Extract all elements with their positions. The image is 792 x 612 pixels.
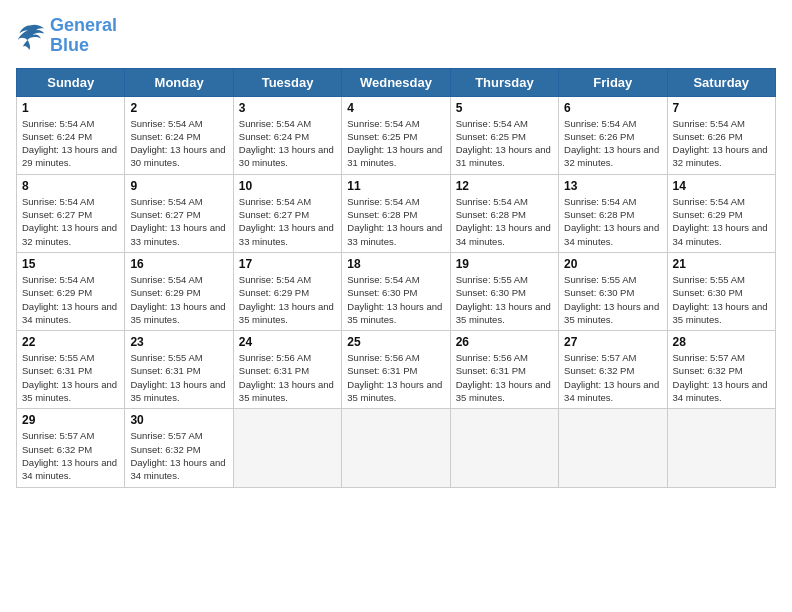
calendar-week-row: 8Sunrise: 5:54 AMSunset: 6:27 PMDaylight… (17, 174, 776, 252)
calendar-cell: 29Sunrise: 5:57 AMSunset: 6:32 PMDayligh… (17, 409, 125, 487)
calendar-cell: 30Sunrise: 5:57 AMSunset: 6:32 PMDayligh… (125, 409, 233, 487)
day-info: Sunrise: 5:54 AMSunset: 6:28 PMDaylight:… (564, 195, 661, 248)
logo-text: General Blue (50, 16, 117, 56)
calendar-cell: 13Sunrise: 5:54 AMSunset: 6:28 PMDayligh… (559, 174, 667, 252)
logo: General Blue (16, 16, 117, 56)
day-info: Sunrise: 5:54 AMSunset: 6:28 PMDaylight:… (347, 195, 444, 248)
calendar-cell (450, 409, 558, 487)
day-info: Sunrise: 5:56 AMSunset: 6:31 PMDaylight:… (347, 351, 444, 404)
day-info: Sunrise: 5:54 AMSunset: 6:24 PMDaylight:… (239, 117, 336, 170)
day-number: 26 (456, 335, 553, 349)
day-number: 30 (130, 413, 227, 427)
day-number: 3 (239, 101, 336, 115)
day-info: Sunrise: 5:54 AMSunset: 6:29 PMDaylight:… (239, 273, 336, 326)
day-number: 25 (347, 335, 444, 349)
calendar-cell: 7Sunrise: 5:54 AMSunset: 6:26 PMDaylight… (667, 96, 775, 174)
calendar-table: SundayMondayTuesdayWednesdayThursdayFrid… (16, 68, 776, 488)
calendar-cell: 22Sunrise: 5:55 AMSunset: 6:31 PMDayligh… (17, 331, 125, 409)
calendar-cell: 2Sunrise: 5:54 AMSunset: 6:24 PMDaylight… (125, 96, 233, 174)
day-number: 2 (130, 101, 227, 115)
day-info: Sunrise: 5:57 AMSunset: 6:32 PMDaylight:… (22, 429, 119, 482)
calendar-cell: 17Sunrise: 5:54 AMSunset: 6:29 PMDayligh… (233, 252, 341, 330)
calendar-cell: 11Sunrise: 5:54 AMSunset: 6:28 PMDayligh… (342, 174, 450, 252)
day-number: 1 (22, 101, 119, 115)
day-number: 23 (130, 335, 227, 349)
day-info: Sunrise: 5:55 AMSunset: 6:30 PMDaylight:… (564, 273, 661, 326)
day-info: Sunrise: 5:54 AMSunset: 6:30 PMDaylight:… (347, 273, 444, 326)
weekday-header: Thursday (450, 68, 558, 96)
calendar-cell: 27Sunrise: 5:57 AMSunset: 6:32 PMDayligh… (559, 331, 667, 409)
day-info: Sunrise: 5:54 AMSunset: 6:29 PMDaylight:… (130, 273, 227, 326)
day-info: Sunrise: 5:54 AMSunset: 6:25 PMDaylight:… (347, 117, 444, 170)
calendar-cell: 8Sunrise: 5:54 AMSunset: 6:27 PMDaylight… (17, 174, 125, 252)
day-info: Sunrise: 5:56 AMSunset: 6:31 PMDaylight:… (456, 351, 553, 404)
calendar-cell (667, 409, 775, 487)
day-number: 27 (564, 335, 661, 349)
day-info: Sunrise: 5:56 AMSunset: 6:31 PMDaylight:… (239, 351, 336, 404)
calendar-cell (559, 409, 667, 487)
weekday-header: Wednesday (342, 68, 450, 96)
day-info: Sunrise: 5:54 AMSunset: 6:25 PMDaylight:… (456, 117, 553, 170)
calendar-cell: 3Sunrise: 5:54 AMSunset: 6:24 PMDaylight… (233, 96, 341, 174)
day-info: Sunrise: 5:54 AMSunset: 6:29 PMDaylight:… (22, 273, 119, 326)
day-number: 21 (673, 257, 770, 271)
day-number: 11 (347, 179, 444, 193)
day-number: 19 (456, 257, 553, 271)
calendar-cell: 26Sunrise: 5:56 AMSunset: 6:31 PMDayligh… (450, 331, 558, 409)
day-info: Sunrise: 5:57 AMSunset: 6:32 PMDaylight:… (564, 351, 661, 404)
calendar-cell: 5Sunrise: 5:54 AMSunset: 6:25 PMDaylight… (450, 96, 558, 174)
day-number: 12 (456, 179, 553, 193)
day-info: Sunrise: 5:55 AMSunset: 6:31 PMDaylight:… (130, 351, 227, 404)
day-number: 4 (347, 101, 444, 115)
day-info: Sunrise: 5:55 AMSunset: 6:30 PMDaylight:… (456, 273, 553, 326)
calendar-week-row: 29Sunrise: 5:57 AMSunset: 6:32 PMDayligh… (17, 409, 776, 487)
calendar-cell: 1Sunrise: 5:54 AMSunset: 6:24 PMDaylight… (17, 96, 125, 174)
day-info: Sunrise: 5:54 AMSunset: 6:24 PMDaylight:… (22, 117, 119, 170)
calendar-cell: 28Sunrise: 5:57 AMSunset: 6:32 PMDayligh… (667, 331, 775, 409)
calendar-cell: 15Sunrise: 5:54 AMSunset: 6:29 PMDayligh… (17, 252, 125, 330)
day-info: Sunrise: 5:54 AMSunset: 6:29 PMDaylight:… (673, 195, 770, 248)
calendar-cell: 12Sunrise: 5:54 AMSunset: 6:28 PMDayligh… (450, 174, 558, 252)
calendar-cell: 10Sunrise: 5:54 AMSunset: 6:27 PMDayligh… (233, 174, 341, 252)
weekday-header: Saturday (667, 68, 775, 96)
day-number: 7 (673, 101, 770, 115)
calendar-cell (342, 409, 450, 487)
calendar-cell: 20Sunrise: 5:55 AMSunset: 6:30 PMDayligh… (559, 252, 667, 330)
day-number: 10 (239, 179, 336, 193)
calendar-cell: 21Sunrise: 5:55 AMSunset: 6:30 PMDayligh… (667, 252, 775, 330)
day-info: Sunrise: 5:55 AMSunset: 6:30 PMDaylight:… (673, 273, 770, 326)
calendar-cell: 24Sunrise: 5:56 AMSunset: 6:31 PMDayligh… (233, 331, 341, 409)
day-info: Sunrise: 5:54 AMSunset: 6:27 PMDaylight:… (130, 195, 227, 248)
day-number: 28 (673, 335, 770, 349)
day-number: 18 (347, 257, 444, 271)
day-number: 29 (22, 413, 119, 427)
weekday-header-row: SundayMondayTuesdayWednesdayThursdayFrid… (17, 68, 776, 96)
day-number: 20 (564, 257, 661, 271)
calendar-cell: 9Sunrise: 5:54 AMSunset: 6:27 PMDaylight… (125, 174, 233, 252)
day-info: Sunrise: 5:54 AMSunset: 6:28 PMDaylight:… (456, 195, 553, 248)
calendar-cell: 23Sunrise: 5:55 AMSunset: 6:31 PMDayligh… (125, 331, 233, 409)
day-number: 24 (239, 335, 336, 349)
day-info: Sunrise: 5:57 AMSunset: 6:32 PMDaylight:… (130, 429, 227, 482)
weekday-header: Tuesday (233, 68, 341, 96)
day-info: Sunrise: 5:54 AMSunset: 6:27 PMDaylight:… (22, 195, 119, 248)
day-number: 15 (22, 257, 119, 271)
day-info: Sunrise: 5:54 AMSunset: 6:24 PMDaylight:… (130, 117, 227, 170)
weekday-header: Monday (125, 68, 233, 96)
day-number: 17 (239, 257, 336, 271)
day-number: 9 (130, 179, 227, 193)
day-number: 5 (456, 101, 553, 115)
weekday-header: Sunday (17, 68, 125, 96)
calendar-cell: 14Sunrise: 5:54 AMSunset: 6:29 PMDayligh… (667, 174, 775, 252)
calendar-cell: 25Sunrise: 5:56 AMSunset: 6:31 PMDayligh… (342, 331, 450, 409)
day-info: Sunrise: 5:54 AMSunset: 6:26 PMDaylight:… (564, 117, 661, 170)
calendar-cell: 19Sunrise: 5:55 AMSunset: 6:30 PMDayligh… (450, 252, 558, 330)
day-info: Sunrise: 5:55 AMSunset: 6:31 PMDaylight:… (22, 351, 119, 404)
calendar-week-row: 1Sunrise: 5:54 AMSunset: 6:24 PMDaylight… (17, 96, 776, 174)
day-number: 22 (22, 335, 119, 349)
calendar-week-row: 15Sunrise: 5:54 AMSunset: 6:29 PMDayligh… (17, 252, 776, 330)
day-info: Sunrise: 5:57 AMSunset: 6:32 PMDaylight:… (673, 351, 770, 404)
logo-icon (16, 22, 46, 50)
page-header: General Blue (16, 16, 776, 56)
calendar-cell: 6Sunrise: 5:54 AMSunset: 6:26 PMDaylight… (559, 96, 667, 174)
